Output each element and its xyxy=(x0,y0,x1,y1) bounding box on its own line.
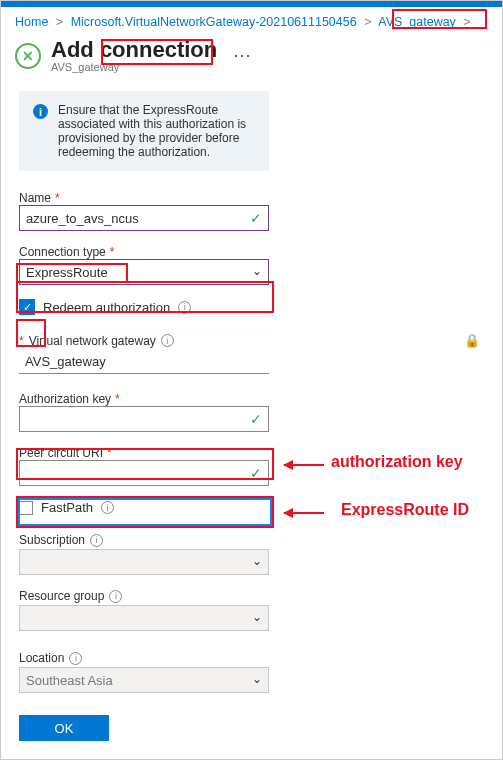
breadcrumb: Home > Microsoft.VirtualNetworkGateway-2… xyxy=(1,7,502,33)
chevron-down-icon: ⌄ xyxy=(252,672,262,686)
page-title: Add connection xyxy=(51,37,217,63)
name-label: Name xyxy=(19,191,51,205)
peer-uri-label: Peer circuit URI xyxy=(19,446,103,460)
check-icon: ✓ xyxy=(250,411,262,427)
close-icon[interactable]: ✕ xyxy=(15,43,41,69)
check-icon: ✓ xyxy=(250,210,262,226)
vng-label: Virtual network gateway xyxy=(29,334,156,348)
info-icon[interactable]: i xyxy=(161,334,174,347)
more-icon[interactable]: ⋯ xyxy=(233,44,251,66)
vng-value: AVS_gateway xyxy=(19,350,269,374)
info-icon[interactable]: i xyxy=(101,501,114,514)
info-icon[interactable]: i xyxy=(178,301,191,314)
auth-key-input[interactable]: ✓ xyxy=(19,406,269,432)
chevron-down-icon: ⌄ xyxy=(252,554,262,568)
connection-type-label: Connection type xyxy=(19,245,106,259)
redeem-authorization-checkbox[interactable]: ✓ xyxy=(19,299,35,315)
redeem-authorization-label: Redeem authorization xyxy=(43,300,170,315)
resource-group-label: Resource group xyxy=(19,589,104,603)
info-icon[interactable]: i xyxy=(90,534,103,547)
lock-icon: 🔒 xyxy=(464,333,480,348)
fastpath-checkbox[interactable] xyxy=(19,501,33,515)
chevron-down-icon: ⌄ xyxy=(252,264,262,278)
fastpath-label: FastPath xyxy=(41,500,93,515)
auth-key-label: Authorization key xyxy=(19,392,111,406)
resource-group-select[interactable]: ⌄ xyxy=(19,605,269,631)
connection-type-select[interactable]: ExpressRoute ⌄ xyxy=(19,259,269,285)
breadcrumb-home[interactable]: Home xyxy=(15,15,48,29)
breadcrumb-leaf[interactable]: AVS_gateway xyxy=(378,15,456,29)
name-input[interactable]: azure_to_avs_ncus ✓ xyxy=(19,205,269,231)
location-label: Location xyxy=(19,651,64,665)
ok-button[interactable]: OK xyxy=(19,715,109,741)
info-icon[interactable]: i xyxy=(109,590,122,603)
peer-uri-input[interactable]: ✓ xyxy=(19,460,269,486)
location-select[interactable]: Southeast Asia ⌄ xyxy=(19,667,269,693)
chevron-down-icon: ⌄ xyxy=(252,610,262,624)
info-banner: i Ensure that the ExpressRoute associate… xyxy=(19,91,269,171)
info-text: Ensure that the ExpressRoute associated … xyxy=(58,103,255,159)
subscription-label: Subscription xyxy=(19,533,85,547)
check-icon: ✓ xyxy=(250,465,262,481)
breadcrumb-mid[interactable]: Microsoft.VirtualNetworkGateway-20210611… xyxy=(71,15,357,29)
info-icon: i xyxy=(33,104,48,119)
info-icon[interactable]: i xyxy=(69,652,82,665)
subscription-select[interactable]: ⌄ xyxy=(19,549,269,575)
